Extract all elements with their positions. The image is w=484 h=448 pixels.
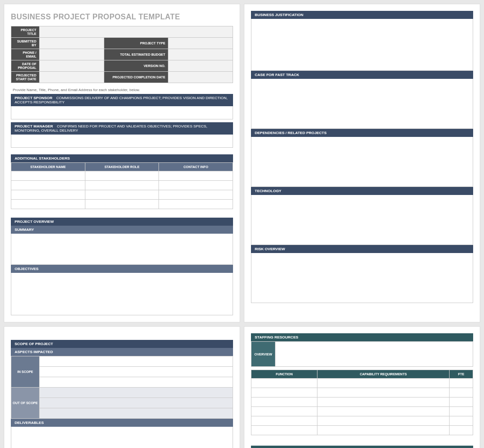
table-cell[interactable] <box>450 416 473 426</box>
page-4: STAFFING RESOURCES OVERVIEW FUNCTION CAP… <box>244 326 480 448</box>
input-total-budget[interactable] <box>168 49 233 60</box>
table-cell[interactable] <box>85 181 159 190</box>
out-of-scope-row[interactable] <box>40 408 233 419</box>
table-cell[interactable] <box>11 171 85 181</box>
objectives-box[interactable] <box>11 273 233 315</box>
project-overview-heading: PROJECT OVERVIEW <box>11 218 233 226</box>
label-project-title: PROJECT TITLE <box>11 26 40 38</box>
table-cell[interactable] <box>317 388 450 397</box>
staffing-overview-label: OVERVIEW <box>251 341 275 367</box>
label-date-of-proposal: DATE OF PROPOSAL <box>11 60 40 72</box>
input-version-no[interactable] <box>168 60 233 72</box>
technology-box[interactable] <box>251 195 473 245</box>
out-of-scope-label: OUT OF SCOPE <box>11 388 40 419</box>
table-cell[interactable] <box>85 171 159 181</box>
deliverables-box[interactable] <box>11 427 233 448</box>
dependencies-heading: DEPENDENCIES / RELATED PROJECTS <box>251 129 473 137</box>
table-cell[interactable] <box>317 379 450 388</box>
risk-overview-box[interactable] <box>251 253 473 303</box>
page-2: BUSINESS JUSTIFICATION CASE FOR FAST TRA… <box>244 4 480 322</box>
input-phone-email[interactable] <box>40 49 104 60</box>
dependencies-box[interactable] <box>251 137 473 187</box>
out-of-scope-row[interactable] <box>40 398 233 408</box>
label-submitted-by: SUBMITTED BY <box>11 38 40 49</box>
table-cell[interactable] <box>251 388 317 397</box>
risk-overview-heading: RISK OVERVIEW <box>251 245 473 253</box>
table-cell[interactable] <box>450 397 473 407</box>
input-projected-completion[interactable] <box>168 72 233 83</box>
table-cell[interactable] <box>317 397 450 407</box>
in-scope-row[interactable] <box>40 367 233 377</box>
project-sponsor-bar: PROJECT SPONSOR Commissions delivery of … <box>11 94 233 106</box>
business-justification-box[interactable] <box>251 19 473 71</box>
in-scope-label: IN SCOPE <box>11 356 40 388</box>
table-cell[interactable] <box>11 200 85 209</box>
summary-box[interactable] <box>11 234 233 265</box>
table-cell[interactable] <box>159 190 233 200</box>
aspects-impacted-heading: ASPECTS IMPACTED <box>11 348 233 356</box>
project-meta-table: PROJECT TITLE SUBMITTED BY PROJECT TYPE … <box>11 26 233 83</box>
additional-stakeholders-heading: ADDITIONAL STAKEHOLDERS <box>11 154 233 162</box>
objectives-heading: OBJECTIVES <box>11 265 233 273</box>
col-stakeholder-name: STAKEHOLDER NAME <box>11 163 85 171</box>
label-project-type: PROJECT TYPE <box>104 38 168 49</box>
label-projected-start: PROJECTED START DATE <box>11 72 40 83</box>
col-stakeholder-role: STAKEHOLDER ROLE <box>85 163 159 171</box>
table-cell[interactable] <box>450 379 473 388</box>
label-phone-email: PHONE / EMAIL <box>11 49 40 60</box>
table-cell[interactable] <box>251 426 317 435</box>
table-cell[interactable] <box>251 379 317 388</box>
stakeholder-note: Provide Name, Title, Phone, and Email Ad… <box>13 88 233 92</box>
business-justification-heading: BUSINESS JUSTIFICATION <box>251 11 473 19</box>
table-cell[interactable] <box>251 397 317 407</box>
in-scope-row[interactable] <box>40 356 233 367</box>
table-cell[interactable] <box>317 426 450 435</box>
page-1: BUSINESS PROJECT PROPOSAL TEMPLATE PROJE… <box>4 4 240 322</box>
label-version-no: VERSION NO. <box>104 60 168 72</box>
table-cell[interactable] <box>317 407 450 416</box>
col-fte: FTE <box>450 370 473 379</box>
case-fast-track-heading: CASE FOR FAST TRACK <box>251 71 473 79</box>
table-cell[interactable] <box>159 171 233 181</box>
stakeholders-table: STAKEHOLDER NAME STAKEHOLDER ROLE CONTAC… <box>11 162 233 209</box>
col-function: FUNCTION <box>251 370 317 379</box>
input-projected-start[interactable] <box>40 72 104 83</box>
project-sponsor-input[interactable] <box>11 106 233 119</box>
col-capability: CAPABILITY REQUIREMENTS <box>317 370 450 379</box>
table-cell[interactable] <box>450 388 473 397</box>
label-total-budget: TOTAL ESTIMATED BUDGET <box>104 49 168 60</box>
project-sponsor-label: PROJECT SPONSOR <box>15 96 52 100</box>
table-cell[interactable] <box>450 426 473 435</box>
page-3: SCOPE OF PROJECT ASPECTS IMPACTED IN SCO… <box>4 326 240 448</box>
case-fast-track-box[interactable] <box>251 79 473 129</box>
staffing-overview-box[interactable] <box>275 341 473 367</box>
table-cell[interactable] <box>11 190 85 200</box>
table-cell[interactable] <box>85 200 159 209</box>
out-of-scope-row[interactable] <box>40 388 233 398</box>
technology-heading: TECHNOLOGY <box>251 187 473 195</box>
table-cell[interactable] <box>159 181 233 190</box>
staffing-heading: STAFFING RESOURCES <box>251 333 473 341</box>
input-date-of-proposal[interactable] <box>40 60 104 72</box>
table-cell[interactable] <box>317 416 450 426</box>
document-title: BUSINESS PROJECT PROPOSAL TEMPLATE <box>11 13 233 21</box>
staffing-overview-row: OVERVIEW <box>251 341 473 367</box>
label-projected-completion: PROJECTED COMPLETION DATE <box>104 72 168 83</box>
scope-heading: SCOPE OF PROJECT <box>11 340 233 348</box>
in-scope-row[interactable] <box>40 377 233 388</box>
table-cell[interactable] <box>85 190 159 200</box>
table-cell[interactable] <box>11 181 85 190</box>
table-cell[interactable] <box>251 407 317 416</box>
table-cell[interactable] <box>450 407 473 416</box>
project-budget-heading: PROJECT BUDGET / COST OVERVIEW <box>251 446 473 448</box>
input-project-title[interactable] <box>40 26 233 38</box>
project-manager-bar: PROJECT MANAGER Confirms need for projec… <box>11 122 233 135</box>
input-project-type[interactable] <box>168 38 233 49</box>
staffing-table: FUNCTION CAPABILITY REQUIREMENTS FTE <box>251 370 473 435</box>
table-cell[interactable] <box>251 416 317 426</box>
project-manager-label: PROJECT MANAGER <box>15 124 53 128</box>
table-cell[interactable] <box>159 200 233 209</box>
input-submitted-by[interactable] <box>40 38 104 49</box>
project-manager-input[interactable] <box>11 135 233 148</box>
scope-table: IN SCOPE OUT OF SCOPE <box>11 356 233 419</box>
